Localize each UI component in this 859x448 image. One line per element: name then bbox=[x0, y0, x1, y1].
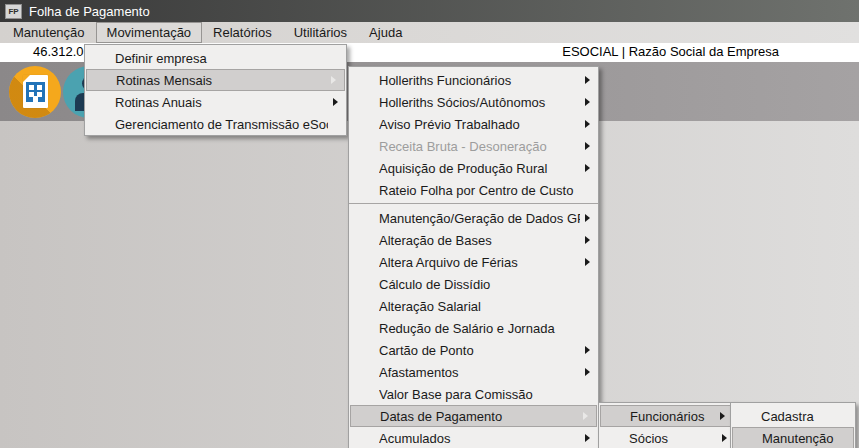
rotinas-mensais-submenu: Holleriths FuncionáriosHolleriths Sócios… bbox=[348, 66, 599, 448]
menu-item-label: Manutenção/Geração de Dados GPS bbox=[379, 211, 580, 226]
submenu-arrow-icon bbox=[585, 120, 590, 128]
menubar-item-utilitarios[interactable]: Utilitários bbox=[283, 22, 358, 43]
menu-item-label: Aquisição de Produção Rural bbox=[379, 161, 580, 176]
menu-item-rotinas-mensais[interactable]: Rotinas Mensais bbox=[86, 69, 345, 91]
menu-item-reducao-de-salario-e-jornada[interactable]: Redução de Salário e Jornada bbox=[349, 317, 598, 339]
menubar-item-ajuda[interactable]: Ajuda bbox=[358, 22, 413, 43]
menu-item-aquisicao-de-producao-rural[interactable]: Aquisição de Produção Rural bbox=[349, 157, 598, 179]
company-building-icon[interactable] bbox=[9, 66, 61, 118]
menu-item-label: Gerenciamento de Transmissão eSocial bbox=[115, 117, 328, 132]
submenu-arrow-icon bbox=[585, 258, 590, 266]
menubar-item-movimentacao[interactable]: Movimentação bbox=[96, 22, 203, 43]
menu-item-rotinas-anuais[interactable]: Rotinas Anuais bbox=[85, 91, 346, 113]
company-code: 46.312.0 bbox=[33, 44, 84, 59]
title-bar: FP Folha de Pagamento bbox=[0, 0, 859, 22]
menu-item-valor-base-para-comissao[interactable]: Valor Base para Comissão bbox=[349, 383, 598, 405]
menu-item-aviso-previo-trabalhado[interactable]: Aviso Prévio Trabalhado bbox=[349, 113, 598, 135]
menu-item-holleriths-funcionarios[interactable]: Holleriths Funcionários bbox=[349, 69, 598, 91]
menu-item-gerenciamento-de-transmissao-esocial[interactable]: Gerenciamento de Transmissão eSocial bbox=[85, 113, 346, 135]
menu-item-receita-bruta-desoneracao: Receita Bruta - Desoneração bbox=[349, 135, 598, 157]
menu-item-label: Valor Base para Comissão bbox=[379, 387, 580, 402]
application-window: FP Folha de Pagamento ManutençãoMoviment… bbox=[0, 0, 859, 448]
menu-item-label: Rateio Folha por Centro de Custo bbox=[379, 183, 580, 198]
menu-item-label: Datas de Pagamento bbox=[380, 409, 578, 424]
menu-item-label: Funcionários bbox=[630, 409, 715, 424]
submenu-arrow-icon bbox=[722, 434, 727, 442]
submenu-arrow-icon bbox=[331, 76, 336, 84]
menu-item-manutencao-geracao-de-dados-gps[interactable]: Manutenção/Geração de Dados GPS bbox=[349, 207, 598, 229]
esocial-company-label: ESOCIAL | Razão Social da Empresa bbox=[562, 44, 779, 59]
submenu-arrow-icon bbox=[583, 412, 588, 420]
menu-item-afastamentos[interactable]: Afastamentos bbox=[349, 361, 598, 383]
menu-item-label: Cartão de Ponto bbox=[379, 343, 580, 358]
menu-item-label: Alteração de Bases bbox=[379, 233, 580, 248]
submenu-arrow-icon bbox=[585, 236, 590, 244]
submenu-arrow-icon bbox=[585, 98, 590, 106]
menu-item-label: Rotinas Anuais bbox=[115, 95, 328, 110]
menu-item-label: Cálculo de Dissídio bbox=[379, 277, 580, 292]
submenu-arrow-icon bbox=[585, 164, 590, 172]
submenu-arrow-icon bbox=[585, 368, 590, 376]
menu-item-calculo-de-dissidio[interactable]: Cálculo de Dissídio bbox=[349, 273, 598, 295]
document-sheet bbox=[23, 75, 48, 108]
menu-item-label: Cadastra bbox=[761, 409, 837, 424]
menu-item-label: Holleriths Sócios/Autônomos bbox=[379, 95, 580, 110]
submenu-arrow-icon bbox=[585, 214, 590, 222]
submenu-arrow-icon bbox=[585, 142, 590, 150]
menu-bar: ManutençãoMovimentaçãoRelatóriosUtilitár… bbox=[0, 22, 859, 43]
menu-item-definir-empresa[interactable]: Definir empresa bbox=[85, 47, 346, 69]
funcionarios-submenu: CadastraManutenção bbox=[730, 402, 856, 448]
menu-item-label: Afastamentos bbox=[379, 365, 580, 380]
datas-pagamento-submenu: FuncionáriosSócios bbox=[598, 402, 736, 448]
menu-item-rateio-folha-por-centro-de-custo[interactable]: Rateio Folha por Centro de Custo bbox=[349, 179, 598, 201]
window-title: Folha de Pagamento bbox=[29, 4, 150, 19]
submenu-arrow-icon bbox=[585, 346, 590, 354]
menu-item-label: Acumulados bbox=[379, 431, 580, 446]
menu-item-alteracao-salarial[interactable]: Alteração Salarial bbox=[349, 295, 598, 317]
menu-item-label: Manutenção bbox=[762, 431, 835, 446]
menu-item-label: Rotinas Mensais bbox=[116, 73, 326, 88]
movimentacao-dropdown: Definir empresaRotinas MensaisRotinas An… bbox=[84, 44, 347, 136]
submenu-arrow-icon bbox=[585, 76, 590, 84]
submenu-arrow-icon bbox=[720, 412, 725, 420]
menu-item-socios[interactable]: Sócios bbox=[599, 427, 735, 448]
menu-item-label: Holleriths Funcionários bbox=[379, 73, 580, 88]
submenu-arrow-icon bbox=[333, 98, 338, 106]
menu-item-label: Aviso Prévio Trabalhado bbox=[379, 117, 580, 132]
menu-item-manutencao[interactable]: Manutenção bbox=[732, 427, 854, 448]
menubar-item-relatorios[interactable]: Relatórios bbox=[202, 22, 283, 43]
menu-item-label: Redução de Salário e Jornada bbox=[379, 321, 580, 336]
menu-item-label: Sócios bbox=[629, 431, 717, 446]
menubar-item-manutencao[interactable]: Manutenção bbox=[2, 22, 96, 43]
menu-item-holleriths-socios-autonomos[interactable]: Holleriths Sócios/Autônomos bbox=[349, 91, 598, 113]
menu-item-datas-de-pagamento[interactable]: Datas de Pagamento bbox=[350, 405, 597, 427]
menu-item-cartao-de-ponto[interactable]: Cartão de Ponto bbox=[349, 339, 598, 361]
menu-item-acumulados[interactable]: Acumulados bbox=[349, 427, 598, 448]
menu-item-funcionarios[interactable]: Funcionários bbox=[600, 405, 734, 427]
menu-item-label: Altera Arquivo de Férias bbox=[379, 255, 580, 270]
menu-item-alteracao-de-bases[interactable]: Alteração de Bases bbox=[349, 229, 598, 251]
page-fold bbox=[23, 75, 30, 82]
menu-item-cadastra[interactable]: Cadastra bbox=[731, 405, 855, 427]
app-icon: FP bbox=[5, 4, 22, 19]
menu-item-label: Alteração Salarial bbox=[379, 299, 580, 314]
submenu-arrow-icon bbox=[585, 434, 590, 442]
menu-item-altera-arquivo-de-ferias[interactable]: Altera Arquivo de Férias bbox=[349, 251, 598, 273]
building-glyph bbox=[26, 82, 45, 102]
menu-item-label: Definir empresa bbox=[115, 51, 328, 66]
menu-item-label: Receita Bruta - Desoneração bbox=[379, 139, 580, 154]
